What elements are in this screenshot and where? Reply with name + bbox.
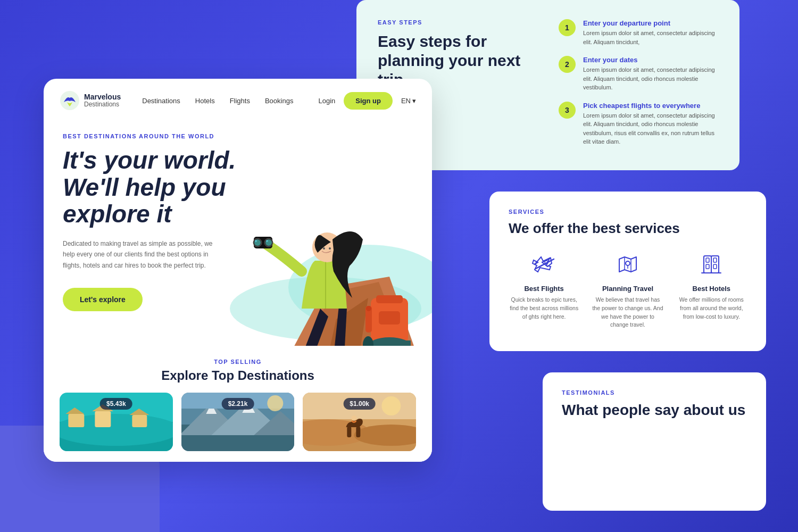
- hotel-icon: [696, 250, 726, 279]
- service-hotels: Best Hotels We offer millions of rooms f…: [676, 250, 747, 329]
- explore-button[interactable]: Let's explore: [63, 288, 143, 311]
- easy-steps-list: 1 Enter your departure point Lorem ipsum…: [559, 19, 718, 151]
- destination-card-3[interactable]: $1.00k: [303, 393, 416, 451]
- hero-desc: Dedicated to making travel as simple as …: [63, 238, 222, 271]
- services-title: We offer the best services: [509, 220, 747, 237]
- testimonials-title: What people say about us: [562, 401, 747, 419]
- nav-login[interactable]: Login: [318, 97, 335, 105]
- svg-point-54: [267, 395, 283, 411]
- service-travel-name: Planning Travel: [592, 285, 663, 293]
- chevron-down-icon: ▾: [412, 97, 416, 105]
- bottom-section: TOP SELLING Explore Top Destinations $5.…: [44, 346, 432, 462]
- destination-card-2[interactable]: $2.21k: [181, 393, 295, 451]
- service-travel: Planning Travel We believe that travel h…: [592, 250, 663, 329]
- svg-rect-40: [68, 414, 84, 427]
- step-heading-2: Enter your dates: [583, 56, 718, 64]
- svg-point-3: [626, 261, 630, 265]
- top-selling-title: Explore Top Destinations: [60, 368, 416, 383]
- navbar: Marvelous Destinations Destinations Hote…: [44, 79, 432, 122]
- hero-illustration: [219, 122, 432, 346]
- easy-steps-tag: EASY STEPS: [378, 19, 537, 26]
- language-selector[interactable]: EN ▾: [401, 97, 416, 105]
- logo-icon: [60, 90, 80, 111]
- logo-sub: Destinations: [84, 101, 121, 108]
- destination-card-1[interactable]: $5.43k: [60, 393, 173, 451]
- nav-destinations[interactable]: Destinations: [142, 97, 180, 105]
- dest-price-3: $1.00k: [343, 398, 376, 410]
- testimonials-card: TESTIMONIALS What people say about us: [543, 372, 766, 511]
- svg-rect-62: [356, 427, 361, 437]
- service-flights-name: Best Flights: [509, 285, 579, 293]
- step-heading-1: Enter your departure point: [583, 19, 718, 27]
- step-item-3: 3 Pick cheapest flights to everywhere Lo…: [559, 102, 718, 146]
- services-tag: SERVICES: [509, 209, 747, 215]
- step-num-3: 3: [559, 102, 576, 119]
- service-flights-desc: Quick breaks to epic tures, find the bes…: [509, 296, 579, 321]
- plane-icon: [529, 250, 559, 279]
- svg-point-63: [352, 415, 357, 421]
- destination-cards: $5.43k $2.21k: [60, 393, 416, 451]
- svg-rect-44: [132, 415, 147, 427]
- service-hotels-name: Best Hotels: [676, 285, 747, 293]
- svg-rect-6: [706, 258, 709, 262]
- services-card: SERVICES We offer the best services Best…: [489, 192, 766, 351]
- map-icon: [613, 250, 643, 279]
- svg-point-20: [366, 306, 371, 311]
- dest-price-2: $2.21k: [222, 398, 254, 410]
- svg-rect-18: [376, 295, 403, 303]
- step-num-1: 1: [559, 19, 576, 36]
- svg-rect-23: [368, 340, 411, 346]
- svg-rect-42: [95, 411, 111, 427]
- svg-rect-7: [713, 258, 717, 262]
- nav-flights[interactable]: Flights: [230, 97, 250, 105]
- step-heading-3: Pick cheapest flights to everywhere: [583, 102, 718, 110]
- signup-button[interactable]: Sign up: [344, 92, 393, 110]
- nav-links: Destinations Hotels Flights Bookings: [142, 96, 318, 105]
- svg-rect-21: [379, 311, 400, 325]
- services-grid: Best Flights Quick breaks to epic tures,…: [509, 250, 747, 329]
- service-hotels-desc: We offer millions of rooms from all arou…: [676, 296, 747, 321]
- svg-rect-8: [706, 264, 709, 269]
- service-flights: Best Flights Quick breaks to epic tures,…: [509, 250, 579, 329]
- step-num-2: 2: [559, 56, 576, 73]
- svg-point-60: [382, 396, 401, 415]
- svg-rect-61: [347, 427, 352, 437]
- svg-point-36: [329, 247, 331, 250]
- main-card: Marvelous Destinations Destinations Hote…: [44, 79, 432, 462]
- step-desc-1: Lorem ipsum dolor sit amet, consectetur …: [583, 29, 718, 46]
- svg-point-32: [254, 239, 261, 246]
- step-item-2: 2 Enter your dates Lorem ipsum dolor sit…: [559, 56, 718, 92]
- hero-section: BEST DESTINATIONS AROUND THE WORLD It's …: [44, 122, 432, 346]
- top-selling-tag: TOP SELLING: [60, 359, 416, 365]
- logo: Marvelous Destinations: [60, 90, 121, 111]
- nav-actions: Login Sign up EN ▾: [318, 92, 416, 110]
- svg-point-33: [265, 239, 272, 246]
- dest-price-1: $5.43k: [100, 398, 132, 410]
- testimonials-tag: TESTIMONIALS: [562, 389, 747, 396]
- service-travel-desc: We believe that travel has the power to …: [592, 296, 663, 329]
- step-desc-2: Lorem ipsum dolor sit amet, consectetur …: [583, 65, 718, 92]
- svg-rect-9: [713, 264, 717, 269]
- nav-hotels[interactable]: Hotels: [195, 97, 215, 105]
- nav-bookings[interactable]: Bookings: [265, 97, 293, 105]
- step-desc-3: Lorem ipsum dolor sit amet, consectetur …: [583, 111, 718, 146]
- logo-name: Marvelous: [84, 93, 121, 101]
- svg-point-35: [323, 247, 325, 250]
- step-item-1: 1 Enter your departure point Lorem ipsum…: [559, 19, 718, 46]
